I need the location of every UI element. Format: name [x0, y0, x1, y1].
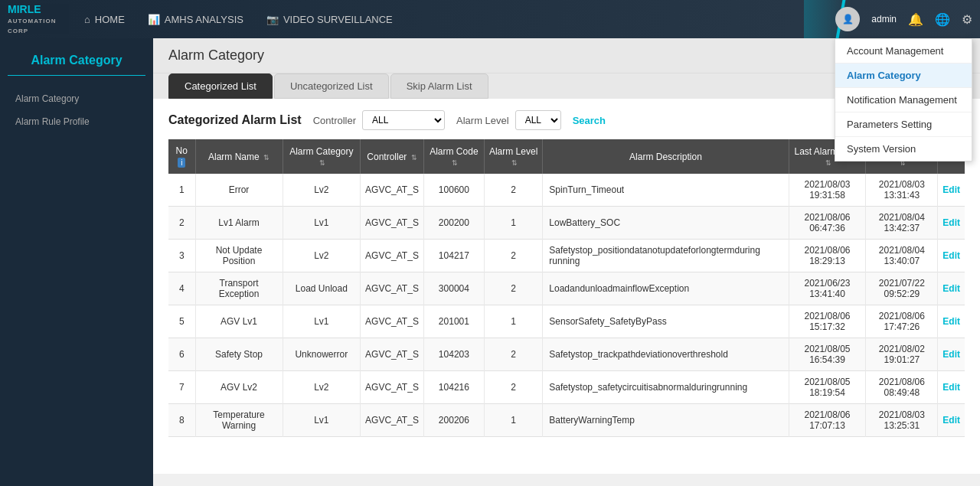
cell-alarm-code: 104216	[423, 371, 484, 404]
avatar: 👤	[835, 7, 860, 31]
cell-action: Edit	[938, 240, 965, 272]
cell-alarm-level: 1	[484, 207, 542, 240]
cell-alarm-description: LowBattery_SOC	[543, 207, 789, 240]
alarm-level-select[interactable]: ALL 1 2	[515, 110, 561, 130]
cell-last-alarm-time: 2021/08/0606:47:36	[789, 207, 866, 240]
cell-no: 7	[168, 371, 195, 404]
cell-last-edit-time: 2021/08/0413:40:07	[866, 240, 938, 272]
cell-alarm-category: Lv2	[283, 174, 361, 207]
edit-button[interactable]: Edit	[942, 217, 960, 228]
globe-icon[interactable]: 🌐	[935, 12, 950, 27]
cell-last-alarm-time: 2021/08/0518:19:54	[789, 371, 866, 404]
cell-alarm-code: 104217	[423, 240, 484, 272]
table-wrapper: No i Alarm Name ⇅ Alarm Category ⇅ Contr…	[168, 139, 965, 453]
nav-video[interactable]: 📷 VIDEO SURVEILLANCE	[266, 14, 393, 25]
cell-action: Edit	[938, 207, 965, 240]
alarm-level-filter-group: Alarm Level ALL 1 2	[456, 110, 561, 130]
search-button[interactable]: Search	[573, 115, 606, 126]
edit-button[interactable]: Edit	[942, 283, 960, 294]
cell-alarm-code: 200206	[423, 404, 484, 437]
cell-alarm-name: Not Update Position	[195, 240, 283, 272]
sidebar-item-alarm-rule[interactable]: Alarm Rule Profile	[8, 110, 145, 133]
dropdown-parameters[interactable]: Parameters Setting	[835, 113, 972, 137]
cell-alarm-category: Lv1	[283, 207, 361, 240]
cell-alarm-category: Lv2	[283, 240, 361, 272]
cell-no: 3	[168, 240, 195, 272]
cell-last-edit-time: 2021/08/0608:49:48	[866, 371, 938, 404]
cell-last-alarm-time: 2021/08/0617:07:13	[789, 404, 866, 437]
nav-amhs[interactable]: 📊 AMHS ANALYSIS	[148, 14, 243, 25]
username-label: admin	[871, 14, 897, 24]
th-no: No i	[168, 139, 195, 174]
cell-alarm-level: 2	[484, 240, 542, 272]
cell-alarm-name: AGV Lv1	[195, 305, 283, 338]
tab-uncategorized[interactable]: Uncategorized List	[274, 73, 389, 99]
cell-alarm-name: Transport Exception	[195, 272, 283, 305]
bell-icon[interactable]: 🔔	[908, 12, 923, 27]
cell-alarm-category: Load Unload	[283, 272, 361, 305]
cell-alarm-description: Safetystop_positiondatanotupdateforlongt…	[543, 240, 789, 272]
home-icon: ⌂	[84, 14, 90, 25]
th-alarm-level: Alarm Level ⇅	[484, 139, 542, 174]
cell-action: Edit	[938, 338, 965, 371]
cell-alarm-description: LoadandunloadmainflowException	[543, 272, 789, 305]
dropdown-alarm-category[interactable]: Alarm Category	[835, 64, 972, 88]
edit-button[interactable]: Edit	[942, 184, 960, 195]
gear-icon[interactable]: ⚙	[962, 12, 972, 27]
edit-button[interactable]: Edit	[942, 316, 960, 327]
cell-last-edit-time: 2021/08/0413:42:37	[866, 207, 938, 240]
no-badge: i	[178, 158, 185, 168]
cell-action: Edit	[938, 272, 965, 305]
list-title: Categorized Alarm List	[168, 113, 302, 127]
cell-controller: AGVC_AT_S	[361, 207, 424, 240]
cell-alarm-name: AGV Lv2	[195, 371, 283, 404]
main-layout: Alarm Category Alarm Category Alarm Rule…	[0, 38, 980, 486]
cell-alarm-description: Safetystop_safetycircuitisabnormalduring…	[543, 371, 789, 404]
cell-alarm-category: Unknowerror	[283, 338, 361, 371]
cell-alarm-level: 2	[484, 371, 542, 404]
tab-skip-alarm[interactable]: Skip Alarm List	[390, 73, 488, 99]
cell-alarm-code: 300004	[423, 272, 484, 305]
cell-alarm-code: 201001	[423, 305, 484, 338]
cell-last-edit-time: 2021/08/0313:31:43	[866, 174, 938, 207]
table-row: 2 Lv1 Alarm Lv1 AGVC_AT_S 200200 1 LowBa…	[168, 207, 965, 240]
dropdown-version[interactable]: System Version	[835, 137, 972, 161]
edit-button[interactable]: Edit	[942, 382, 960, 393]
sidebar-item-alarm-category[interactable]: Alarm Category	[8, 87, 145, 110]
cell-alarm-description: SensorSafety_SafetyByPass	[543, 305, 789, 338]
table-row: 8 Temperature Warning Lv1 AGVC_AT_S 2002…	[168, 404, 965, 437]
nav-home[interactable]: ⌂ HOME	[84, 14, 125, 25]
cell-action: Edit	[938, 174, 965, 207]
top-nav: MIRLE AUTOMATION CORP ⌂ HOME 📊 AMHS ANAL…	[0, 0, 980, 38]
cell-no: 6	[168, 338, 195, 371]
table-row: 7 AGV Lv2 Lv2 AGVC_AT_S 104216 2 Safetys…	[168, 371, 965, 404]
table-row: 1 Error Lv2 AGVC_AT_S 100600 2 SpinTurn_…	[168, 174, 965, 207]
alarm-level-label: Alarm Level	[456, 115, 509, 126]
edit-button[interactable]: Edit	[942, 250, 960, 261]
cell-no: 2	[168, 207, 195, 240]
cell-last-alarm-time: 2021/08/0618:29:13	[789, 240, 866, 272]
edit-button[interactable]: Edit	[942, 415, 960, 426]
edit-button[interactable]: Edit	[942, 349, 960, 360]
cell-alarm-code: 200200	[423, 207, 484, 240]
th-controller: Controller ⇅	[361, 139, 424, 174]
controller-select[interactable]: ALL AGVC_AT_S	[362, 110, 445, 130]
dropdown-account[interactable]: Account Management	[835, 39, 972, 64]
cell-last-alarm-time: 2021/08/0516:54:39	[789, 338, 866, 371]
table-row: 5 AGV Lv1 Lv1 AGVC_AT_S 201001 1 SensorS…	[168, 305, 965, 338]
cell-action: Edit	[938, 404, 965, 437]
cell-controller: AGVC_AT_S	[361, 272, 424, 305]
cell-no: 4	[168, 272, 195, 305]
cell-alarm-level: 1	[484, 404, 542, 437]
nav-right: 👤 admin 🔔 🌐 ⚙	[835, 7, 972, 31]
cell-last-edit-time: 2021/08/0617:47:26	[866, 305, 938, 338]
cell-alarm-name: Lv1 Alarm	[195, 207, 283, 240]
cell-alarm-name: Error	[195, 174, 283, 207]
logo: MIRLE AUTOMATION CORP	[8, 4, 69, 34]
tab-categorized[interactable]: Categorized List	[168, 73, 273, 99]
cell-alarm-level: 2	[484, 338, 542, 371]
dropdown-notification[interactable]: Notification Management	[835, 88, 972, 113]
cell-last-edit-time: 2021/08/0219:01:27	[866, 338, 938, 371]
cell-last-alarm-time: 2021/06/2313:41:40	[789, 272, 866, 305]
cell-controller: AGVC_AT_S	[361, 240, 424, 272]
